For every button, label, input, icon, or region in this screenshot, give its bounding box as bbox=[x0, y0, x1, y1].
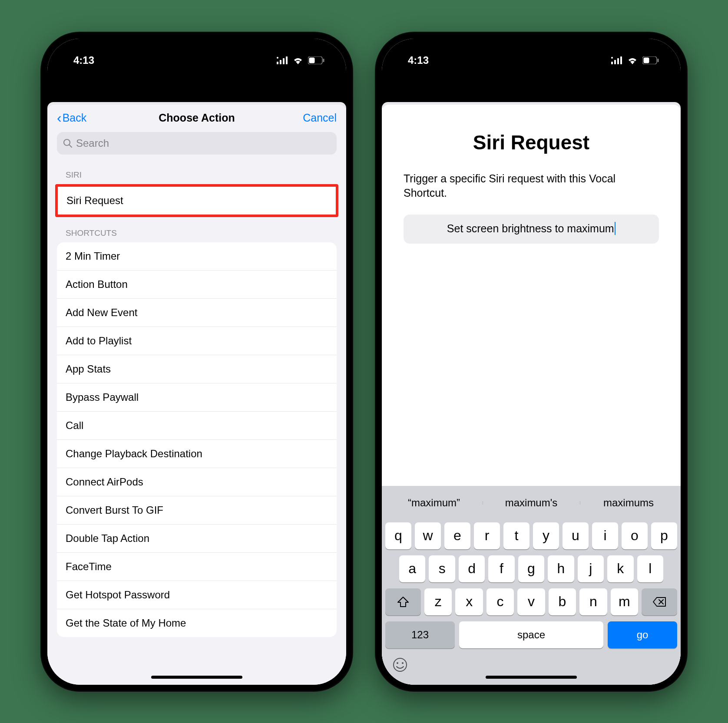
list-item[interactable]: Double Tap Action bbox=[57, 525, 337, 553]
search-icon bbox=[63, 139, 73, 148]
svg-rect-16 bbox=[644, 57, 649, 63]
highlighted-siri-request: Siri Request bbox=[55, 184, 338, 217]
key-v[interactable]: v bbox=[517, 588, 545, 615]
battery-icon bbox=[308, 56, 324, 64]
siri-request-sheet: Siri Request Trigger a specific Siri req… bbox=[382, 105, 681, 685]
emoji-button[interactable] bbox=[392, 657, 408, 676]
list-item[interactable]: App Stats bbox=[57, 355, 337, 383]
status-bar: 4:13 bbox=[47, 39, 346, 78]
key-h[interactable]: h bbox=[548, 555, 574, 582]
key-j[interactable]: j bbox=[578, 555, 604, 582]
list-item[interactable]: Add to Playlist bbox=[57, 327, 337, 355]
key-c[interactable]: c bbox=[486, 588, 514, 615]
key-f[interactable]: f bbox=[488, 555, 514, 582]
suggestion[interactable]: maximums bbox=[580, 497, 677, 509]
page-title: Siri Request bbox=[404, 131, 659, 154]
svg-point-19 bbox=[397, 662, 398, 664]
key-go[interactable]: go bbox=[608, 621, 677, 648]
siri-request-input[interactable]: Set screen brightness to maximum bbox=[404, 215, 659, 244]
svg-rect-3 bbox=[286, 56, 288, 64]
status-time: 4:13 bbox=[408, 54, 429, 66]
cancel-button[interactable]: Cancel bbox=[303, 112, 337, 124]
list-item[interactable]: Action Button bbox=[57, 271, 337, 299]
svg-rect-6 bbox=[309, 57, 315, 63]
list-item[interactable]: Get the State of My Home bbox=[57, 609, 337, 637]
key-g[interactable]: g bbox=[518, 555, 544, 582]
list-item[interactable]: FaceTime bbox=[57, 553, 337, 581]
home-indicator[interactable] bbox=[151, 676, 242, 679]
keyboard-suggestions: “maximum” maximum's maximums bbox=[385, 489, 677, 516]
list-item[interactable]: Call bbox=[57, 412, 337, 440]
list-item[interactable]: Change Playback Destination bbox=[57, 440, 337, 468]
svg-rect-17 bbox=[658, 59, 659, 62]
svg-point-14 bbox=[611, 57, 613, 59]
screen-choose-action: 4:13 ‹ Back Choose Actio bbox=[47, 39, 346, 685]
nav-title: Choose Action bbox=[159, 112, 235, 124]
screen-siri-request: 4:13 Siri Request Trigger a specific Sir… bbox=[382, 39, 681, 685]
cellular-icon bbox=[277, 56, 288, 64]
input-value: Set screen brightness to maximum bbox=[447, 222, 614, 234]
list-item[interactable]: Convert Burst To GIF bbox=[57, 496, 337, 525]
key-u[interactable]: u bbox=[563, 522, 589, 549]
svg-rect-7 bbox=[323, 59, 324, 62]
chevron-left-icon: ‹ bbox=[57, 114, 62, 121]
phone-right: 4:13 Siri Request Trigger a specific Sir… bbox=[375, 32, 688, 692]
back-button[interactable]: ‹ Back bbox=[57, 112, 86, 124]
key-b[interactable]: b bbox=[549, 588, 576, 615]
key-l[interactable]: l bbox=[637, 555, 663, 582]
keyboard: “maximum” maximum's maximums q w e r t y… bbox=[382, 486, 681, 685]
home-indicator[interactable] bbox=[486, 676, 577, 679]
key-delete[interactable] bbox=[642, 588, 677, 615]
cellular-icon bbox=[611, 56, 622, 64]
list-item[interactable]: 2 Min Timer bbox=[57, 242, 337, 271]
nav-bar: ‹ Back Choose Action Cancel bbox=[47, 105, 346, 130]
svg-rect-10 bbox=[611, 62, 613, 64]
key-shift[interactable] bbox=[385, 588, 421, 615]
svg-rect-11 bbox=[614, 60, 616, 64]
battery-icon bbox=[642, 56, 659, 64]
key-p[interactable]: p bbox=[651, 522, 677, 549]
key-n[interactable]: n bbox=[579, 588, 607, 615]
key-d[interactable]: d bbox=[459, 555, 485, 582]
key-o[interactable]: o bbox=[622, 522, 648, 549]
svg-rect-2 bbox=[283, 58, 285, 64]
page-subtitle: Trigger a specific Siri request with thi… bbox=[404, 172, 659, 201]
list-item[interactable]: Add New Event bbox=[57, 299, 337, 327]
list-item[interactable]: Bypass Paywall bbox=[57, 383, 337, 412]
key-t[interactable]: t bbox=[503, 522, 529, 549]
action-sheet: ‹ Back Choose Action Cancel Search SIRI … bbox=[47, 105, 346, 685]
suggestion[interactable]: maximum's bbox=[483, 497, 580, 509]
status-bar: 4:13 bbox=[382, 39, 681, 78]
svg-line-9 bbox=[69, 145, 72, 147]
svg-point-20 bbox=[402, 662, 404, 664]
list-item-siri-request[interactable]: Siri Request bbox=[58, 187, 336, 215]
key-x[interactable]: x bbox=[455, 588, 483, 615]
suggestion[interactable]: “maximum” bbox=[385, 497, 483, 509]
key-a[interactable]: a bbox=[399, 555, 425, 582]
siri-section-header: SIRI bbox=[47, 159, 346, 184]
search-input[interactable]: Search bbox=[57, 132, 337, 155]
key-q[interactable]: q bbox=[385, 522, 411, 549]
key-s[interactable]: s bbox=[429, 555, 455, 582]
key-y[interactable]: y bbox=[533, 522, 559, 549]
shortcuts-section-header: SHORTCUTS bbox=[47, 217, 346, 242]
key-r[interactable]: r bbox=[474, 522, 500, 549]
list-item[interactable]: Get Hotspot Password bbox=[57, 581, 337, 609]
backspace-icon bbox=[652, 597, 666, 607]
svg-point-18 bbox=[394, 658, 407, 671]
key-i[interactable]: i bbox=[592, 522, 618, 549]
list-item[interactable]: Connect AirPods bbox=[57, 468, 337, 496]
shortcuts-list: 2 Min Timer Action Button Add New Event … bbox=[57, 242, 337, 637]
key-w[interactable]: w bbox=[415, 522, 441, 549]
key-e[interactable]: e bbox=[444, 522, 470, 549]
key-123[interactable]: 123 bbox=[385, 621, 455, 648]
status-time: 4:13 bbox=[73, 54, 94, 66]
svg-point-4 bbox=[277, 57, 278, 59]
key-k[interactable]: k bbox=[607, 555, 633, 582]
key-space[interactable]: space bbox=[459, 621, 603, 648]
svg-rect-0 bbox=[277, 62, 278, 64]
svg-rect-12 bbox=[617, 58, 619, 64]
key-z[interactable]: z bbox=[424, 588, 452, 615]
key-m[interactable]: m bbox=[611, 588, 638, 615]
search-placeholder: Search bbox=[76, 137, 109, 149]
